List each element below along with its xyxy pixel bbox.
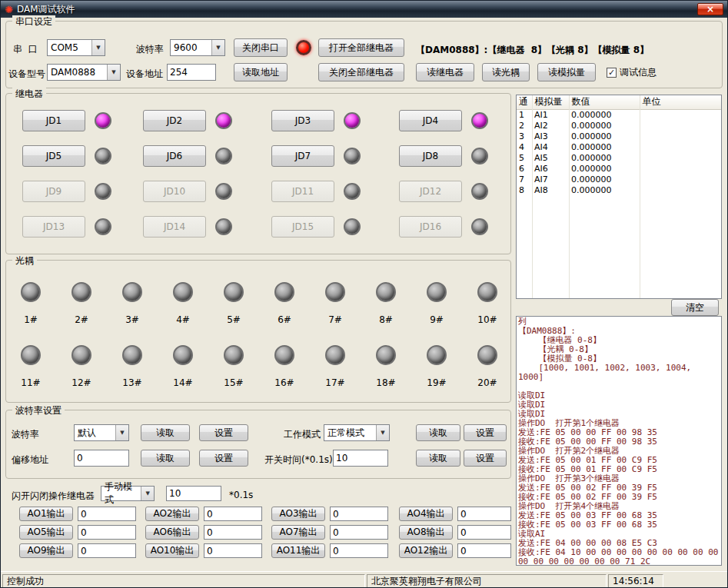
ao2-value-field[interactable] (204, 507, 262, 521)
ao9-output-button[interactable]: AO9输出 (19, 543, 73, 558)
ao1-output-button[interactable]: AO1输出 (19, 507, 73, 521)
col-value[interactable]: 数值 (569, 95, 640, 109)
open-all-relays-button[interactable]: 打开全部继电器 (318, 38, 404, 57)
work-mode-set-button[interactable]: 设置 (464, 424, 507, 441)
ao3-output-button[interactable]: AO3输出 (271, 507, 325, 521)
table-row[interactable]: 4AI40.000000 (517, 141, 721, 152)
checkbox-check-icon[interactable]: ✓ (607, 68, 617, 78)
ao12-value-field[interactable] (457, 543, 511, 558)
relay-button-jd11: JD11 (271, 181, 334, 202)
ao2-output-button[interactable]: AO2输出 (145, 507, 199, 521)
relay-button-jd13: JD13 (22, 216, 85, 238)
table-gridline (640, 95, 640, 298)
table-row[interactable]: 5AI50.000000 (517, 152, 721, 163)
chevron-down-icon[interactable]: ▼ (141, 487, 154, 500)
analog-table: 通 模拟量 数值 单位 1AI10.000000 2AI20.000000 3A… (516, 95, 722, 299)
cell-value: 0.000000 (569, 174, 640, 184)
offset-address-field[interactable] (74, 450, 129, 467)
ao6-value-field[interactable] (204, 525, 262, 540)
ao12-output-button[interactable]: AO12输出 (399, 543, 453, 558)
ao7-output-button[interactable]: AO7输出 (271, 525, 325, 540)
table-row[interactable]: 6AI60.000000 (517, 163, 721, 174)
read-address-button[interactable]: 读取地址 (234, 63, 288, 81)
relay-button-jd5[interactable]: JD5 (22, 145, 85, 167)
ao4-value-field[interactable] (457, 507, 511, 521)
device-address-field[interactable] (167, 64, 216, 81)
debug-log[interactable]: 列 【DAM0888】: 【继电器 0-8】 【光耦 0-8】 【模拟量 0-8… (516, 316, 722, 566)
debug-info-checkbox[interactable]: ✓ 调试信息 (607, 66, 657, 79)
ao10-output-button[interactable]: AO10输出 (145, 543, 199, 558)
read-opto-button[interactable]: 读光耦 (482, 63, 530, 81)
opto-label-7: 7# (320, 314, 351, 325)
device-model-select[interactable]: DAM0888 ▼ (47, 64, 121, 81)
relay-led-jd9 (95, 183, 111, 200)
offset-read-button[interactable]: 读取 (141, 450, 190, 467)
com-port-label: 串 口 (13, 43, 38, 56)
flash-mode-value: 手动模式 (105, 480, 141, 507)
chevron-down-icon[interactable]: ▼ (115, 425, 128, 440)
relay-button-jd10: JD10 (143, 181, 206, 202)
table-row[interactable]: 7AI70.000000 (517, 174, 721, 184)
app-window: ✺ DAM调试软件 × 串口设定 串 口 COM5 ▼ 波特率 9600 ▼ 关… (0, 0, 728, 588)
baud-rate-select[interactable]: 9600 ▼ (170, 39, 225, 56)
table-row[interactable]: 2AI20.000000 (517, 120, 721, 131)
baud-set-button[interactable]: 设置 (199, 424, 248, 441)
serial-status-led (296, 40, 311, 55)
ao9-value-field[interactable] (78, 543, 136, 558)
relay-button-jd6[interactable]: JD6 (143, 145, 206, 167)
read-relays-button[interactable]: 读继电器 (416, 63, 474, 81)
chevron-down-icon[interactable]: ▼ (376, 425, 389, 440)
ao8-value-field[interactable] (457, 525, 511, 540)
read-analog-button[interactable]: 读模拟量 (537, 63, 596, 81)
clear-button[interactable]: 清空 (671, 299, 719, 316)
relay-button-jd7[interactable]: JD7 (271, 145, 334, 167)
cell-value: 0.000000 (569, 109, 640, 120)
work-mode-read-button[interactable]: 读取 (416, 424, 460, 441)
ao7-value-field[interactable] (330, 525, 388, 540)
relay-button-jd9: JD9 (22, 181, 85, 202)
col-analog[interactable]: 模拟量 (532, 95, 569, 109)
baud-rate-value: 9600 (174, 42, 198, 53)
work-mode-select[interactable]: 正常模式 ▼ (324, 424, 390, 441)
col-channel[interactable]: 通 (517, 95, 532, 109)
ao11-value-field[interactable] (330, 543, 388, 558)
table-row[interactable]: 8AI80.000000 (517, 184, 721, 195)
relay-button-jd8[interactable]: JD8 (399, 145, 462, 167)
relay-led-jd11 (344, 183, 361, 200)
ao1-value-field[interactable] (78, 507, 136, 521)
ao10-value-field[interactable] (204, 543, 262, 558)
close-all-relays-button[interactable]: 关闭全部继电器 (318, 63, 404, 81)
relay-button-jd3[interactable]: JD3 (271, 110, 334, 131)
cell-ch: 8 (517, 184, 532, 195)
relay-button-jd1[interactable]: JD1 (22, 110, 85, 131)
ao6-output-button[interactable]: AO6输出 (145, 525, 199, 540)
cell-value: 0.000000 (569, 120, 640, 131)
ao5-output-button[interactable]: AO5输出 (19, 525, 73, 540)
switch-time-read-button[interactable]: 读取 (416, 450, 460, 467)
close-button[interactable]: × (697, 3, 723, 15)
ao3-value-field[interactable] (330, 507, 388, 521)
chevron-down-icon[interactable]: ▼ (211, 40, 224, 55)
chevron-down-icon[interactable]: ▼ (91, 40, 105, 55)
close-icon: × (706, 5, 714, 14)
baud-read-button[interactable]: 读取 (141, 424, 190, 441)
switch-time-field[interactable] (333, 450, 388, 467)
flash-time-field[interactable] (166, 486, 221, 501)
switch-time-set-button[interactable]: 设置 (464, 450, 507, 467)
table-row[interactable]: 1AI10.000000 (517, 109, 721, 120)
ao4-output-button[interactable]: AO4输出 (399, 507, 453, 521)
ao5-value-field[interactable] (78, 525, 136, 540)
offset-set-button[interactable]: 设置 (199, 450, 248, 467)
relay-button-jd2[interactable]: JD2 (143, 110, 206, 131)
ao8-output-button[interactable]: AO8输出 (399, 525, 453, 540)
ao11-output-button[interactable]: AO11输出 (271, 543, 325, 558)
com-port-select[interactable]: COM5 ▼ (47, 39, 105, 56)
chevron-down-icon[interactable]: ▼ (107, 65, 120, 80)
close-serial-button[interactable]: 关闭串口 (234, 38, 288, 57)
flash-mode-select[interactable]: 手动模式 ▼ (101, 486, 155, 501)
baud-setting-select[interactable]: 默认 ▼ (74, 424, 129, 441)
table-row[interactable]: 3AI30.000000 (517, 131, 721, 141)
col-unit[interactable]: 单位 (640, 95, 721, 109)
relay-button-jd4[interactable]: JD4 (399, 110, 462, 131)
title-bar[interactable]: ✺ DAM调试软件 × (1, 1, 727, 18)
